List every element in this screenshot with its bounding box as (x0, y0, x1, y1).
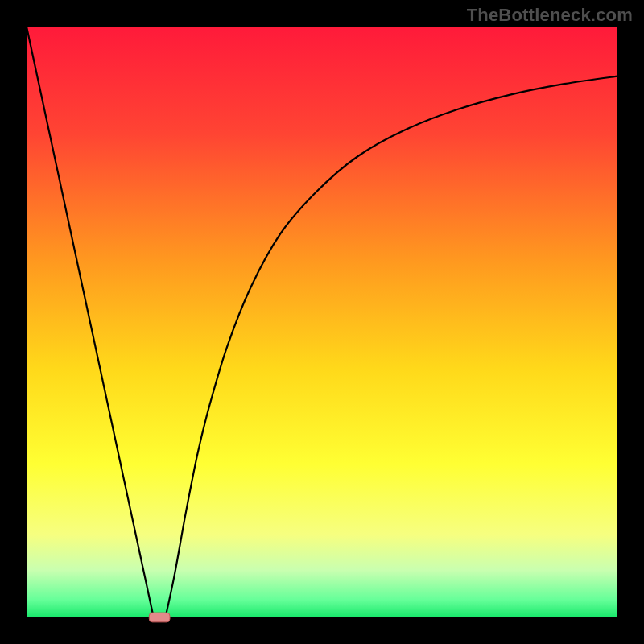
plot-background (27, 27, 617, 617)
attribution-watermark: TheBottleneck.com (467, 5, 633, 26)
bottleneck-chart (0, 0, 644, 644)
chart-frame: TheBottleneck.com (0, 0, 644, 644)
min-marker (149, 613, 170, 622)
